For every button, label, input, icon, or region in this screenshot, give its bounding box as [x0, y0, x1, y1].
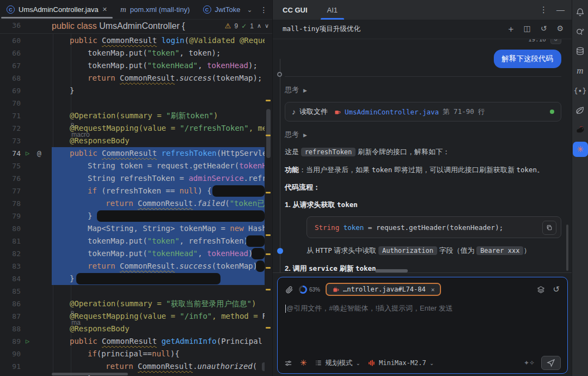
code-line-75[interactable]: 75String token = request.getHeader(token…	[0, 160, 272, 172]
code-line-79[interactable]: 79}	[0, 210, 272, 222]
maven-tool-icon[interactable]: m	[573, 63, 588, 78]
database-icon[interactable]	[573, 44, 588, 59]
code-line-71[interactable]: 71@Operation(summary = "刷新token") macro	[0, 110, 272, 122]
editor-error-stripe[interactable]	[265, 34, 272, 376]
assistant-logo-icon[interactable]: ✳	[300, 358, 307, 368]
dependencies-icon[interactable]: {∙}	[573, 83, 588, 98]
code-text: if(principal==null){	[88, 348, 180, 360]
code-token: .	[193, 199, 197, 208]
notifications-bell-icon[interactable]	[573, 4, 588, 20]
code-token: return	[88, 262, 120, 270]
model-selector[interactable]: MiniMax-M2.7 ⌄	[368, 359, 434, 367]
warning-stripe-mark[interactable]	[266, 289, 271, 290]
thinking-toggle[interactable]: 思考▶	[285, 130, 561, 140]
chat-scrollbar[interactable]	[566, 225, 568, 271]
spring-leaf-icon[interactable]	[573, 102, 588, 118]
copy-code-button[interactable]	[542, 221, 556, 235]
attach-paperclip-icon[interactable]	[285, 286, 293, 294]
more-options-icon[interactable]: ⋮	[260, 5, 268, 14]
code-line-87[interactable]: 87@RequestMapping(value = "/info", metho…	[0, 310, 272, 323]
file-reference-chip[interactable]: …ntroller.java#L74-84 ✕	[326, 283, 441, 296]
editor-vertical-scrollbar[interactable]	[266, 109, 271, 158]
code-line-72[interactable]: 72@RequestMapping(value = "/refreshToken…	[0, 122, 272, 135]
chevron-down-icon[interactable]: ⌄	[247, 6, 253, 14]
warning-stripe-mark[interactable]	[266, 100, 271, 101]
split-panel-icon[interactable]: ◫	[523, 24, 530, 35]
layers-icon[interactable]	[537, 286, 545, 294]
warning-stripe-mark[interactable]	[266, 192, 271, 193]
editor-horizontal-scrollbar[interactable]	[52, 373, 128, 375]
code-text: tokenMap.put("token", token);	[88, 47, 220, 59]
message-divider	[285, 76, 561, 77]
code-line-81[interactable]: 81tokenMap.put("token", refreshToken);	[0, 235, 272, 247]
code-line-69[interactable]: 69}	[0, 84, 272, 97]
tab-pom-xml[interactable]: m pom.xml (mall-tiny)	[114, 0, 197, 19]
undo-icon[interactable]: ↺	[553, 284, 560, 294]
progress-label: 63%	[309, 287, 320, 293]
send-button[interactable]	[541, 356, 561, 370]
message-timestamp: 19:10	[528, 39, 546, 43]
more-options-icon[interactable]: ⋮	[540, 5, 548, 15]
message-menu-button[interactable]: ↺	[550, 39, 561, 44]
warning-stripe-mark[interactable]	[266, 234, 271, 236]
next-problem-icon[interactable]: ∨	[265, 22, 269, 29]
run-gutter-icon[interactable]: ▷	[26, 147, 29, 160]
code-line-60[interactable]: 60public CommonResult login(@Validated @…	[0, 34, 272, 47]
mode-selector[interactable]: 规划模式 ⌄	[315, 359, 360, 368]
minimize-icon[interactable]: —	[556, 5, 565, 15]
code-line-78[interactable]: 78return CommonResult.failed("token已经过	[0, 197, 272, 210]
code-area[interactable]: 60public CommonResult login(@Validated @…	[0, 34, 272, 376]
plugin-bird-icon[interactable]	[573, 122, 588, 137]
code-line-68[interactable]: 68return CommonResult.success(tokenMap);	[0, 72, 272, 84]
code-line-70[interactable]: 70	[0, 97, 272, 110]
ai-assistant-icon[interactable]	[573, 24, 588, 39]
code-line-85[interactable]: 85	[0, 285, 272, 298]
tune-sliders-icon[interactable]	[284, 359, 292, 367]
thinking-label: 思考	[285, 130, 299, 138]
tab-umsadmincontroller[interactable]: C UmsAdminController.java ✕	[0, 0, 114, 19]
code-line-67[interactable]: 67tokenMap.put("tokenHead", tokenHead);	[0, 59, 272, 72]
sticky-line-number: 36	[0, 21, 21, 29]
code-token: unauthorized	[198, 362, 253, 371]
code-line-82[interactable]: 82tokenMap.put("tokenHead", tokenHead);	[0, 247, 272, 260]
code-token: null	[152, 349, 170, 358]
annotation-gutter-icon[interactable]: @	[37, 147, 41, 160]
sticky-class-declaration[interactable]: 36 public class UmsAdminController { ⚠ 9…	[0, 20, 272, 34]
tool-call-card[interactable]: ♪读取文件UmsAdminController.java第 71-90 行	[285, 102, 561, 122]
warning-stripe-mark[interactable]	[266, 253, 271, 255]
code-line-77[interactable]: 77if (refreshToken == null) {	[0, 185, 272, 197]
ai-plugin-active-icon[interactable]: ✳	[573, 142, 588, 157]
code-token: tokenMap.put(	[88, 236, 148, 245]
chat-input-field[interactable]: @引用文件，#唤起智能体，!插入提示词，Enter 发送	[285, 304, 560, 313]
thinking-toggle[interactable]: 思考▶	[285, 85, 561, 95]
code-line-89[interactable]: 89▷public CommonResult getAdminInfo(Prin…	[0, 335, 272, 348]
code-line-76[interactable]: 76String refreshToken = adminService.ref…	[0, 172, 272, 185]
run-gutter-icon[interactable]: ▷	[26, 335, 29, 348]
inspection-widget[interactable]: ⚠ 9 ✓ 1 ∧ ∨	[225, 22, 269, 30]
warning-stripe-mark[interactable]	[266, 135, 271, 136]
code-line-84[interactable]: 84}	[0, 272, 272, 285]
code-line-66[interactable]: 66tokenMap.put("token", token);	[0, 47, 272, 59]
tab-jwttoken[interactable]: C JwtToke	[197, 0, 247, 19]
tab-ai1[interactable]: AI1	[327, 0, 338, 20]
tab-close-icon[interactable]: ✕	[102, 6, 107, 13]
chat-input-panel[interactable]: 63% …ntroller.java#L74-84 ✕ ↺	[277, 277, 568, 374]
chip-close-icon[interactable]: ✕	[431, 286, 435, 293]
warning-stripe-mark[interactable]	[266, 327, 271, 329]
prev-problem-icon[interactable]: ∧	[257, 22, 261, 29]
code-line-90[interactable]: 90if(principal==null){	[0, 348, 272, 360]
code-token: tokenMap.put(	[88, 61, 148, 70]
new-chat-icon[interactable]: +	[509, 24, 514, 35]
settings-gear-icon[interactable]: ⚙	[556, 24, 564, 35]
code-line-80[interactable]: 80Map<String, String> tokenMap = new Has…	[0, 222, 272, 235]
warning-stripe-mark[interactable]	[266, 267, 271, 269]
sparkle-icon: ✦✧	[524, 359, 535, 367]
code-token: CommonResult	[138, 362, 193, 371]
code-line-91[interactable]: 91return CommonResult.unauthorized( data…	[0, 360, 272, 373]
history-icon[interactable]: ↺	[541, 24, 547, 35]
code-line-83[interactable]: 83return CommonResult.success(tokenMap);	[0, 260, 272, 272]
tool-file-link[interactable]: UmsAdminController.java	[345, 108, 439, 116]
code-line-74[interactable]: 74▷@public CommonResult refreshToken(Htt…	[0, 147, 272, 160]
code-line-86[interactable]: 86@Operation(summary = "获取当前登录用户信息") ma	[0, 298, 272, 310]
assistant-paragraph: 这是 refreshToken 刷新令牌的接口，解释如下：	[285, 147, 561, 157]
